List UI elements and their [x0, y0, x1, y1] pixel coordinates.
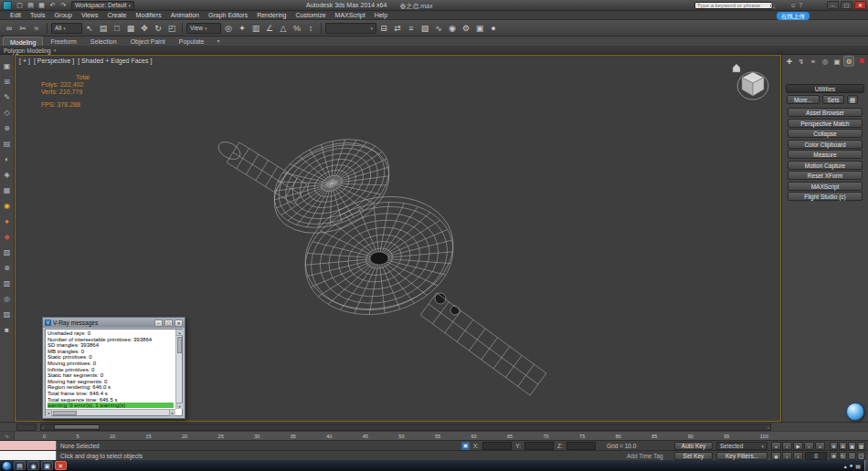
- taskbar-app-icon[interactable]: ▤: [14, 461, 26, 470]
- viewport-view-label[interactable]: [ Perspective ]: [34, 58, 74, 64]
- tool-icon[interactable]: ▨: [1, 309, 13, 320]
- rendered-frame-window-icon[interactable]: ▣: [473, 22, 486, 35]
- y-coordinate-input[interactable]: [524, 442, 554, 450]
- tool-icon[interactable]: ▣: [1, 60, 13, 72]
- tray-volume-icon[interactable]: ▤: [855, 463, 861, 469]
- tool-icon[interactable]: ●: [1, 215, 13, 227]
- ribbon-tab[interactable]: Freeform: [44, 37, 82, 46]
- material-editor-icon[interactable]: ◉: [446, 22, 459, 35]
- menu-item[interactable]: Create: [102, 11, 131, 20]
- render-production-icon[interactable]: ●: [487, 22, 500, 35]
- workspace-dropdown[interactable]: Workspace: Default ▾: [71, 1, 134, 10]
- maximize-window-icon[interactable]: ▢: [164, 319, 173, 327]
- menu-item[interactable]: Views: [77, 11, 103, 20]
- tray-up-icon[interactable]: ▴: [844, 463, 847, 469]
- ribbon-tab[interactable]: Selection: [84, 37, 123, 46]
- menu-item[interactable]: Graph Editors: [204, 11, 252, 20]
- viewcube[interactable]: [730, 61, 774, 105]
- select-and-link-icon[interactable]: ∞: [3, 22, 16, 35]
- minimize-window-icon[interactable]: –: [827, 1, 839, 9]
- viewport-menu-plus[interactable]: [ + ]: [19, 58, 30, 64]
- sets-button[interactable]: Sets: [822, 95, 844, 104]
- time-slider-handle[interactable]: 0 / 100: [54, 424, 100, 430]
- key-mode-toggle-button[interactable]: ◉: [771, 452, 781, 460]
- utility-button[interactable]: Collapse: [788, 129, 863, 138]
- zoom-extents-icon[interactable]: ▣: [848, 442, 856, 450]
- mirror-icon[interactable]: ⇄: [391, 22, 404, 35]
- ribbon-tab[interactable]: Modeling: [3, 37, 43, 46]
- screen-recorder-ball[interactable]: [846, 403, 864, 421]
- next-frame-arrow-icon[interactable]: ›: [767, 424, 769, 431]
- tab-hierarchy[interactable]: ≡: [808, 56, 819, 67]
- sign-in-icon[interactable]: ☺: [790, 2, 797, 8]
- render-setup-icon[interactable]: ⚙: [460, 22, 472, 35]
- perspective-viewport[interactable]: [ + ] [ Perspective ] [ Shaded + Edged F…: [15, 55, 781, 422]
- tool-icon[interactable]: ▥: [1, 277, 13, 289]
- tool-icon[interactable]: ◐: [1, 153, 13, 165]
- tab-create[interactable]: ✚: [784, 56, 795, 67]
- x-coordinate-input[interactable]: [482, 442, 512, 450]
- select-by-name-icon[interactable]: ▤: [97, 22, 110, 35]
- search-input[interactable]: [695, 3, 770, 8]
- tool-icon[interactable]: ▦: [1, 184, 13, 196]
- selection-filter-dropdown[interactable]: All ▾: [51, 23, 82, 34]
- snap-toggle-icon[interactable]: ∠: [263, 22, 276, 35]
- layer-manager-icon[interactable]: ▧: [418, 22, 431, 35]
- previous-frame-button[interactable]: ‹: [782, 442, 792, 450]
- scroll-up-icon[interactable]: ▴: [176, 330, 183, 336]
- tray-network-icon[interactable]: ●: [850, 463, 853, 468]
- scrollbar-thumb[interactable]: [53, 411, 77, 415]
- vray-vertical-scrollbar[interactable]: ▴ ▾: [175, 330, 182, 409]
- time-tag-button[interactable]: [16, 424, 37, 431]
- select-and-move-icon[interactable]: ✥: [138, 22, 151, 35]
- menu-item[interactable]: Tools: [26, 11, 49, 20]
- unlink-selection-icon[interactable]: ✂: [16, 22, 29, 35]
- graph-editors-icon[interactable]: ∿: [432, 22, 445, 35]
- previous-key-button[interactable]: ‹: [782, 452, 792, 460]
- select-and-scale-icon[interactable]: ◰: [165, 22, 178, 35]
- save-file-icon[interactable]: ▦: [37, 1, 47, 10]
- selection-set-dropdown[interactable]: Selected ▾: [716, 442, 767, 450]
- play-button[interactable]: ▶: [793, 442, 803, 450]
- tool-icon[interactable]: ◇: [1, 107, 13, 119]
- minimize-window-icon[interactable]: –: [154, 319, 163, 327]
- undo-icon[interactable]: ↶: [48, 1, 58, 10]
- utility-button[interactable]: Reset XForm: [788, 171, 863, 180]
- utility-button[interactable]: Motion Capture: [788, 161, 863, 170]
- track-bar[interactable]: ∿ 05101520253035404550556065707580859095…: [0, 431, 868, 440]
- align-icon[interactable]: ≡: [405, 22, 418, 35]
- redo-icon[interactable]: ↷: [58, 1, 69, 10]
- go-to-end-button[interactable]: »: [815, 442, 825, 450]
- select-and-manipulate-icon[interactable]: ✦: [236, 22, 249, 35]
- select-and-rotate-icon[interactable]: ↻: [152, 22, 164, 35]
- current-frame-field[interactable]: [805, 452, 827, 460]
- ribbon-tab[interactable]: Populate: [173, 37, 211, 46]
- scrollbar-thumb[interactable]: [177, 337, 182, 353]
- key-filters-button[interactable]: Key Filters...: [716, 452, 767, 460]
- rectangular-selection-region-icon[interactable]: □: [111, 22, 123, 35]
- tab-modify[interactable]: ↯: [796, 56, 807, 67]
- scroll-down-icon[interactable]: ▾: [176, 403, 183, 409]
- next-frame-button[interactable]: ›: [804, 442, 814, 450]
- utility-button[interactable]: Measure: [788, 150, 863, 159]
- start-button[interactable]: [2, 461, 12, 471]
- show-desktop-button[interactable]: [864, 460, 868, 471]
- tab-display[interactable]: ▣: [831, 56, 842, 67]
- tool-icon[interactable]: ⊕: [1, 122, 13, 134]
- menu-item[interactable]: Animation: [166, 11, 204, 20]
- scroll-left-icon[interactable]: ◂: [46, 410, 52, 416]
- new-scene-icon[interactable]: ▢: [15, 1, 25, 10]
- taskbar-app-icon[interactable]: ◉: [27, 461, 39, 470]
- utility-button[interactable]: Perspective Match: [788, 119, 863, 128]
- selection-lock-toggle[interactable]: ▣: [461, 442, 470, 450]
- maximize-window-icon[interactable]: ▢: [841, 1, 852, 9]
- tool-icon[interactable]: ▧: [1, 246, 13, 258]
- utilities-config-icon[interactable]: ▦: [847, 95, 858, 104]
- utility-button[interactable]: MAXScript: [788, 182, 863, 191]
- zoom-extents-all-icon[interactable]: ▦: [857, 442, 865, 450]
- z-coordinate-input[interactable]: [566, 442, 596, 450]
- tool-icon[interactable]: ✎: [1, 91, 13, 103]
- taskbar-app-icon[interactable]: ▣: [41, 461, 53, 470]
- pan-icon[interactable]: ✥: [830, 452, 838, 460]
- spinner-snap-icon[interactable]: ↕: [304, 22, 317, 35]
